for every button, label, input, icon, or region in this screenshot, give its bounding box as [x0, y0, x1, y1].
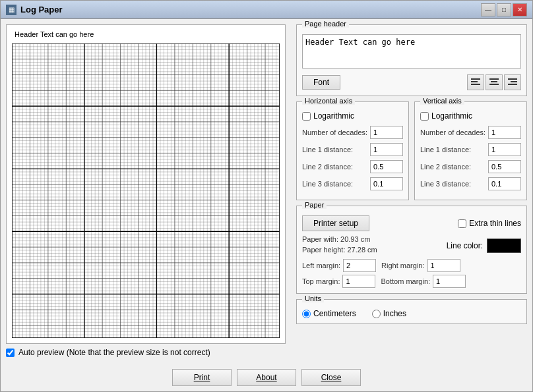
line-color-swatch[interactable]	[487, 238, 521, 253]
h-logarithmic-label: Logarithmic	[313, 111, 354, 121]
horizontal-axis-section: Horizontal axis Logarithmic Number of de…	[296, 101, 409, 200]
printer-setup-button[interactable]: Printer setup	[302, 215, 369, 231]
inches-radio[interactable]	[372, 310, 381, 318]
paper-info-col: Paper with: 20.93 cm Paper height: 27.28…	[302, 235, 377, 256]
header-text-input[interactable]: Header Text can go here	[302, 34, 521, 69]
v-decades-input[interactable]	[488, 126, 521, 139]
h-decades-input[interactable]	[370, 126, 403, 139]
svg-rect-213	[489, 78, 499, 80]
h-line1-row: Line 1 distance:	[302, 143, 403, 156]
align-left-icon	[471, 78, 480, 86]
bottom-margin-input[interactable]	[433, 275, 466, 288]
extra-thin-row: Extra thin lines	[458, 219, 521, 228]
inches-option: Inches	[372, 309, 406, 318]
grid-canvas	[12, 43, 280, 338]
horizontal-axis-title: Horizontal axis	[302, 97, 355, 105]
left-margin-pair: Left margin:	[302, 259, 376, 272]
align-center-button[interactable]	[486, 74, 503, 90]
h-line3-label: Line 3 distance:	[302, 180, 353, 188]
centimeters-option: Centimeters	[302, 309, 356, 318]
align-center-icon	[489, 78, 499, 86]
v-line3-label: Line 3 distance:	[420, 180, 471, 188]
page-header-section-title: Page header	[302, 20, 349, 28]
print-button[interactable]: Print	[172, 369, 232, 386]
h-logarithmic-checkbox[interactable]	[302, 112, 311, 121]
centimeters-radio[interactable]	[302, 310, 311, 318]
bottom-buttons: Print About Close	[1, 364, 532, 391]
h-decades-label: Number of decades:	[302, 128, 367, 136]
h-line1-label: Line 1 distance:	[302, 146, 353, 154]
preview-header-text: Header Text can go here	[15, 30, 94, 38]
h-line2-input[interactable]	[370, 160, 403, 173]
h-line1-input[interactable]	[370, 143, 403, 156]
title-bar: ▦ Log Paper — □ ✕	[1, 1, 532, 19]
close-button[interactable]: Close	[301, 369, 361, 386]
svg-rect-211	[471, 81, 478, 82]
right-margin-pair: Right margin:	[381, 259, 460, 272]
title-buttons: — □ ✕	[481, 3, 527, 16]
line-color-row: Line color:	[447, 238, 521, 253]
about-button[interactable]: About	[237, 369, 296, 386]
paper-height-text: Paper height: 27.28 cm	[302, 246, 377, 254]
v-line3-input[interactable]	[488, 177, 521, 190]
auto-preview-label: Auto preview (Note that the preview size…	[18, 348, 210, 357]
page-header-section: Page header Header Text can go here Font	[296, 24, 527, 96]
v-line1-row: Line 1 distance:	[420, 143, 521, 156]
align-right-icon	[508, 78, 517, 86]
h-decades-row: Number of decades:	[302, 126, 403, 139]
main-window: ▦ Log Paper — □ ✕ Header Text can go her…	[0, 0, 533, 392]
bottom-margin-pair: Bottom margin:	[381, 275, 466, 288]
controls-panel: Page header Header Text can go here Font	[291, 19, 532, 364]
align-right-button[interactable]	[504, 74, 521, 90]
svg-rect-215	[489, 84, 499, 85]
axes-row: Horizontal axis Logarithmic Number of de…	[296, 101, 527, 200]
h-line2-row: Line 2 distance:	[302, 160, 403, 173]
vertical-axis-section: Vertical axis Logarithmic Number of deca…	[414, 101, 527, 200]
h-line3-row: Line 3 distance:	[302, 177, 403, 190]
extra-thin-checkbox[interactable]	[458, 219, 466, 228]
font-button[interactable]: Font	[302, 75, 340, 90]
maximize-button[interactable]: □	[497, 3, 511, 16]
align-buttons	[467, 74, 521, 90]
top-margin-input[interactable]	[342, 275, 375, 288]
line-color-label: Line color:	[447, 241, 483, 250]
v-line2-input[interactable]	[488, 160, 521, 173]
title-bar-left: ▦ Log Paper	[6, 5, 63, 15]
v-line2-label: Line 2 distance:	[420, 163, 471, 171]
vertical-axis-title: Vertical axis	[420, 97, 464, 105]
print-label: Print	[194, 373, 210, 382]
svg-rect-214	[491, 81, 497, 82]
svg-rect-210	[471, 78, 480, 80]
minimize-button[interactable]: —	[481, 3, 495, 16]
v-line1-label: Line 1 distance:	[420, 146, 471, 154]
centimeters-label: Centimeters	[313, 309, 356, 318]
extra-thin-label: Extra thin lines	[469, 219, 521, 228]
v-logarithmic-checkbox[interactable]	[420, 112, 429, 121]
h-line2-label: Line 2 distance:	[302, 163, 353, 171]
preview-area: Header Text can go here	[6, 24, 286, 344]
auto-preview-checkbox[interactable]	[6, 349, 15, 357]
align-left-button[interactable]	[467, 74, 484, 90]
svg-rect-217	[511, 81, 517, 82]
top-margin-label: Top margin:	[302, 277, 340, 285]
svg-rect-218	[508, 84, 517, 85]
font-row: Font	[302, 74, 521, 90]
h-line3-input[interactable]	[370, 177, 403, 190]
left-margin-label: Left margin:	[302, 262, 340, 269]
v-logarithmic-label: Logarithmic	[431, 111, 472, 121]
right-margin-input[interactable]	[427, 259, 460, 272]
v-decades-label: Number of decades:	[420, 128, 486, 136]
svg-rect-212	[471, 84, 480, 85]
v-line1-input[interactable]	[488, 143, 521, 156]
close-label: Close	[321, 373, 342, 382]
right-margin-label: Right margin:	[381, 262, 424, 269]
left-margin-input[interactable]	[343, 259, 376, 272]
units-section-title: Units	[302, 294, 324, 302]
top-margin-pair: Top margin:	[302, 275, 375, 288]
v-logarithmic-row: Logarithmic	[420, 111, 521, 121]
units-section: Units Centimeters Inches	[296, 299, 527, 324]
h-logarithmic-row: Logarithmic	[302, 111, 403, 121]
app-icon: ▦	[6, 5, 16, 15]
close-window-button[interactable]: ✕	[513, 3, 527, 16]
paper-width-text: Paper with: 20.93 cm	[302, 235, 377, 243]
